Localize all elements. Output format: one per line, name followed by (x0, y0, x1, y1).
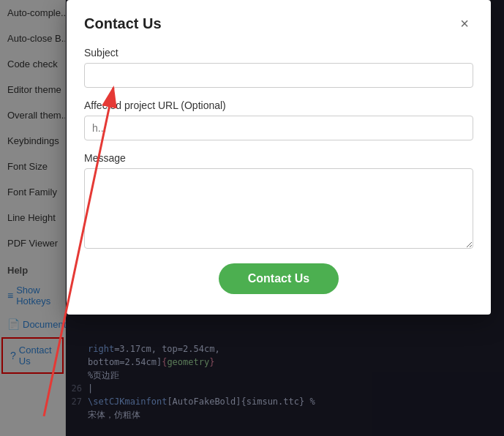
message-label: Message (84, 152, 473, 164)
subject-input[interactable] (84, 63, 473, 88)
affected-url-group: Affected project URL (Optional) (84, 99, 473, 140)
message-group: Message (84, 152, 473, 252)
contact-us-modal: Contact Us × Subject Affected project UR… (67, 0, 491, 315)
contact-us-submit-button[interactable]: Contact Us (219, 263, 339, 294)
affected-url-label: Affected project URL (Optional) (84, 99, 473, 111)
modal-close-button[interactable]: × (456, 15, 473, 32)
subject-group: Subject (84, 47, 473, 88)
modal-title: Contact Us (84, 15, 162, 32)
modal-header: Contact Us × (84, 15, 473, 32)
affected-url-input[interactable] (84, 116, 473, 140)
message-textarea[interactable] (84, 168, 473, 249)
subject-label: Subject (84, 47, 473, 59)
